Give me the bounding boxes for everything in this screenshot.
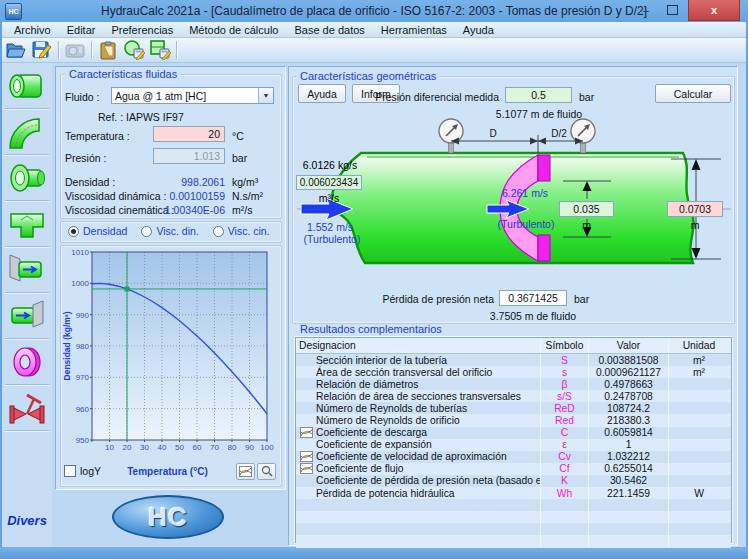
pressure-unit: bar (232, 152, 247, 164)
save-edit-icon (32, 41, 52, 59)
chevron-down-icon[interactable]: ▼ (258, 88, 273, 103)
sidebar-item-divers[interactable]: Divers (2, 505, 52, 535)
sidebar-item-straight-pipe[interactable] (2, 63, 52, 108)
pipe-diagram: D D/2 6.0126 kg/s 0.006023434 m³/s 1.552… (295, 115, 733, 287)
result-name: Coeficiente de descarga (313, 427, 427, 438)
radio-button-icon (68, 226, 79, 237)
result-symbol: Red (540, 414, 588, 426)
result-unit: m² (668, 354, 729, 366)
svg-text:990: 990 (76, 311, 90, 320)
open-folder-button[interactable] (3, 39, 29, 61)
result-symbol (540, 499, 588, 511)
result-value: 0.003881508 (588, 354, 668, 366)
fluid-select[interactable]: Agua @ 1 atm [HC] ▼ (111, 87, 274, 104)
sidebar-item-contraction[interactable] (2, 155, 52, 200)
sidebar-item-exit[interactable] (2, 293, 52, 338)
menu-item-base-de-datos[interactable]: Base de datos (286, 24, 372, 36)
table-row[interactable]: Relación de área de secciones transversa… (296, 390, 731, 402)
svg-text:80: 80 (228, 443, 237, 452)
result-symbol: β (540, 378, 588, 390)
square-calculator-icon (149, 40, 172, 60)
orifice-icon (7, 344, 47, 380)
table-row[interactable]: Coeficiente de descargaC0.6059814 (296, 427, 731, 439)
magnifier-icon (261, 465, 273, 477)
calculate-button[interactable]: Calcular (655, 84, 731, 103)
pipe-diameter-input[interactable]: 0.0703 (667, 201, 723, 217)
table-row[interactable]: Coeficiente de expansiónε1 (296, 439, 731, 451)
sidebar-item-orifice[interactable] (2, 339, 52, 384)
volume-flow-input[interactable]: 0.006023434 (296, 175, 362, 190)
chart-style-button[interactable] (236, 463, 255, 480)
logy-label: logY (80, 465, 101, 477)
close-button[interactable]: x (688, 0, 740, 21)
temperature-label: Temperatura : (65, 130, 130, 142)
pressure-label: Presión : (65, 152, 106, 164)
result-symbol: Cf (540, 463, 588, 475)
menu-item-m-todo-de-c-lculo[interactable]: Método de cálculo (181, 24, 286, 36)
net-loss-input[interactable]: 0.3671425 (499, 290, 567, 306)
radio-visc-din-[interactable]: Visc. din. (141, 225, 198, 237)
geometry-converter-button[interactable] (147, 39, 173, 61)
results-table: DesignacionSímboloValorUnidadSección int… (295, 337, 732, 543)
menu-item-archivo[interactable]: Archivo (6, 24, 59, 36)
geometry-panel-title: Características geométricas (297, 70, 439, 82)
sidebar-item-bend[interactable] (2, 109, 52, 154)
contraction-icon (7, 160, 47, 196)
result-unit: m² (668, 366, 729, 378)
table-row[interactable]: Coeficiente de pérdida de presión neta (… (296, 475, 731, 487)
curves-icon (239, 466, 252, 477)
curve-chart-icon (300, 451, 313, 462)
sidebar-item-valve[interactable] (2, 385, 52, 430)
svg-text:1000: 1000 (71, 279, 89, 288)
save-button[interactable] (29, 39, 55, 61)
result-unit (668, 414, 729, 426)
result-unit: W (668, 487, 729, 499)
logy-checkbox[interactable] (64, 465, 76, 477)
hydraucalc-logo: HC (112, 495, 224, 539)
table-row[interactable]: Coeficiente de flujoCf0.6255014 (296, 463, 731, 475)
dim-d2-label: D/2 (551, 128, 567, 139)
result-value (588, 511, 668, 523)
sidebar-item-tee[interactable] (2, 201, 52, 246)
pressure-gauge-icon (439, 119, 463, 143)
menu-item-ayuda[interactable]: Ayuda (455, 24, 502, 36)
result-unit (668, 523, 729, 535)
table-row[interactable]: Relación de diámetrosβ0.4978663 (296, 378, 731, 390)
fluid-reference: Ref. : IAPWS IF97 (98, 111, 184, 123)
svg-text:100: 100 (260, 443, 274, 452)
table-row[interactable]: Pérdida de potencia hidráulicaWh221.1459… (296, 487, 731, 499)
table-row[interactable]: Número de Reynolds de tuberíasReD108724.… (296, 402, 731, 414)
radio-visc-cin-[interactable]: Visc. cin. (213, 225, 270, 237)
radio-label: Visc. din. (156, 225, 198, 237)
help-button[interactable]: Ayuda (298, 84, 346, 103)
orifice-diameter-input[interactable]: 0.035 (559, 201, 614, 217)
minimize-button[interactable]: – (633, 0, 659, 20)
dp-input[interactable]: 0.5 (505, 87, 572, 103)
table-row[interactable]: Área de sección transversal del orificio… (296, 366, 731, 378)
svg-text:50: 50 (175, 443, 184, 452)
temperature-input[interactable]: 20 (153, 126, 225, 142)
radio-button-icon (213, 226, 224, 237)
chart-zoom-button[interactable] (257, 463, 276, 480)
table-row-empty (296, 499, 731, 511)
menu-item-preferencias[interactable]: Preferencias (103, 24, 181, 36)
sidebar-item-entrance[interactable] (2, 247, 52, 292)
result-symbol (540, 511, 588, 523)
result-value: 30.5462 (588, 475, 668, 487)
maximize-button[interactable] (659, 0, 685, 20)
net-loss-label: Pérdida de presión neta (349, 293, 494, 305)
table-row[interactable]: Coeficiente de velocidad de aproximación… (296, 451, 731, 463)
dynamic-viscosity-unit: N.s/m² (232, 190, 263, 202)
fluid-converter-button[interactable] (121, 39, 147, 61)
menu-item-editar[interactable]: Editar (59, 24, 104, 36)
radio-densidad[interactable]: Densidad (68, 225, 127, 237)
maximize-icon (667, 5, 678, 15)
clipboard-button[interactable] (95, 39, 121, 61)
svg-text:30: 30 (140, 443, 149, 452)
open-folder-icon (6, 41, 27, 59)
table-row[interactable]: Sección interior de la tuberíaS0.0038815… (296, 354, 731, 366)
table-row[interactable]: Número de Reynolds de orificioRed218380.… (296, 414, 731, 426)
result-name: Número de Reynolds de orificio (313, 415, 460, 426)
menu-item-herramientas[interactable]: Herramientas (373, 24, 455, 36)
result-name: Sección interior de la tubería (313, 355, 447, 366)
